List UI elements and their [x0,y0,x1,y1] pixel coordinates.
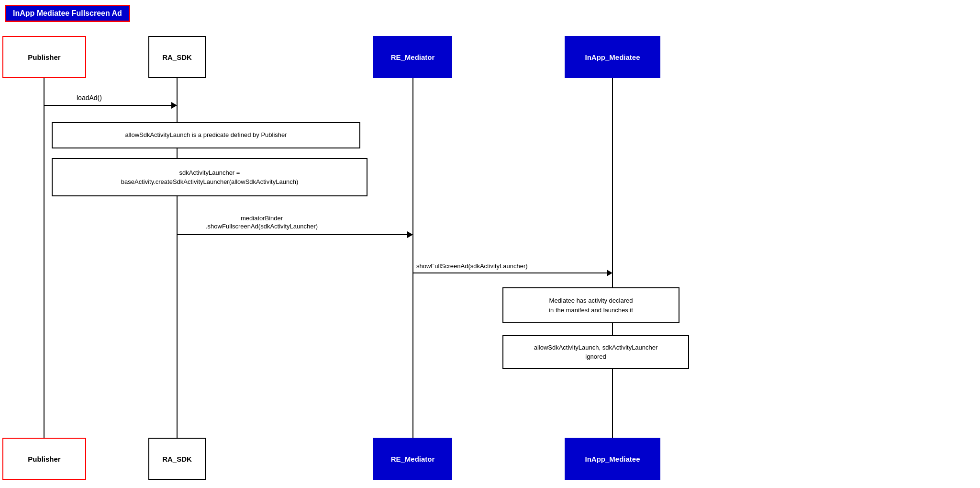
sequence-diagram: InApp Mediatee Fullscreen Ad Publisher R… [0,0,980,488]
diagram-svg [0,0,980,488]
arrow-label-mediator-binder: mediatorBinder.showFullscreenAd(sdkActiv… [206,215,318,231]
note-sdk-launcher: sdkActivityLauncher =baseActivity.create… [52,158,368,196]
arrow-loadad-head [171,102,177,109]
note-predicate: allowSdkActivityLaunch is a predicate de… [52,122,360,148]
note-ignored: allowSdkActivityLaunch, sdkActivityLaunc… [502,335,689,369]
arrow-label-loadad: loadAd() [77,94,102,102]
note-mediatee-activity: Mediatee has activity declaredin the man… [502,287,679,323]
arrow-show-fullscreen-ad-head [607,270,612,276]
arrow-show-fullscreen-head [407,231,413,238]
arrow-label-show-fullscreen-ad: showFullScreenAd(sdkActivityLauncher) [416,262,528,270]
